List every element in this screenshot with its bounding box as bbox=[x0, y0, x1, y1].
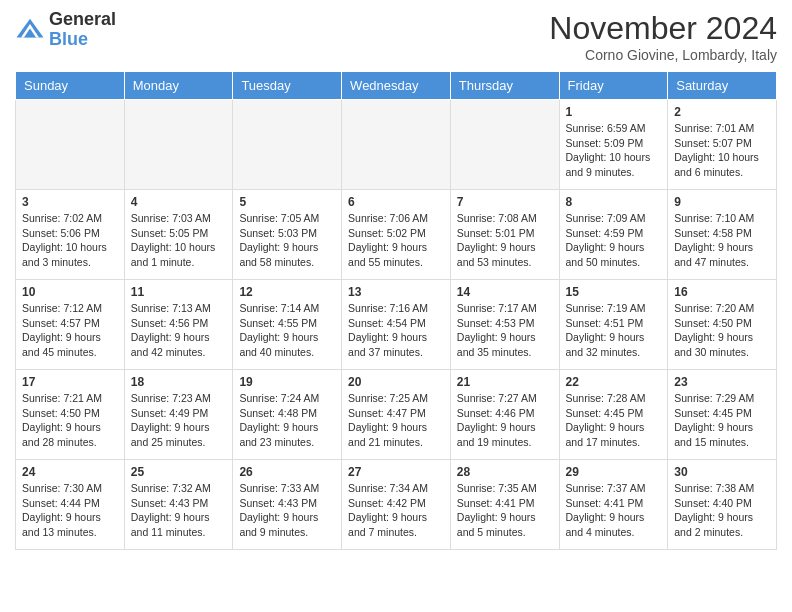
day-cell: 28Sunrise: 7:35 AMSunset: 4:41 PMDayligh… bbox=[450, 460, 559, 550]
day-number: 6 bbox=[348, 195, 444, 209]
day-number: 16 bbox=[674, 285, 770, 299]
day-number: 26 bbox=[239, 465, 335, 479]
day-number: 9 bbox=[674, 195, 770, 209]
day-info: Sunrise: 7:30 AMSunset: 4:44 PMDaylight:… bbox=[22, 481, 118, 540]
col-header-monday: Monday bbox=[124, 72, 233, 100]
day-number: 21 bbox=[457, 375, 553, 389]
day-cell: 17Sunrise: 7:21 AMSunset: 4:50 PMDayligh… bbox=[16, 370, 125, 460]
day-cell bbox=[16, 100, 125, 190]
col-header-tuesday: Tuesday bbox=[233, 72, 342, 100]
logo: General Blue bbox=[15, 10, 116, 50]
week-row-1: 1Sunrise: 6:59 AMSunset: 5:09 PMDaylight… bbox=[16, 100, 777, 190]
day-info: Sunrise: 7:14 AMSunset: 4:55 PMDaylight:… bbox=[239, 301, 335, 360]
day-number: 3 bbox=[22, 195, 118, 209]
day-number: 25 bbox=[131, 465, 227, 479]
day-cell: 25Sunrise: 7:32 AMSunset: 4:43 PMDayligh… bbox=[124, 460, 233, 550]
day-info: Sunrise: 7:08 AMSunset: 5:01 PMDaylight:… bbox=[457, 211, 553, 270]
day-info: Sunrise: 7:29 AMSunset: 4:45 PMDaylight:… bbox=[674, 391, 770, 450]
location: Corno Giovine, Lombardy, Italy bbox=[549, 47, 777, 63]
day-number: 5 bbox=[239, 195, 335, 209]
day-number: 1 bbox=[566, 105, 662, 119]
col-header-sunday: Sunday bbox=[16, 72, 125, 100]
day-info: Sunrise: 7:05 AMSunset: 5:03 PMDaylight:… bbox=[239, 211, 335, 270]
day-info: Sunrise: 7:03 AMSunset: 5:05 PMDaylight:… bbox=[131, 211, 227, 270]
day-number: 18 bbox=[131, 375, 227, 389]
day-number: 13 bbox=[348, 285, 444, 299]
month-title: November 2024 bbox=[549, 10, 777, 47]
day-cell: 6Sunrise: 7:06 AMSunset: 5:02 PMDaylight… bbox=[342, 190, 451, 280]
day-cell: 9Sunrise: 7:10 AMSunset: 4:58 PMDaylight… bbox=[668, 190, 777, 280]
day-info: Sunrise: 7:32 AMSunset: 4:43 PMDaylight:… bbox=[131, 481, 227, 540]
day-cell: 5Sunrise: 7:05 AMSunset: 5:03 PMDaylight… bbox=[233, 190, 342, 280]
day-info: Sunrise: 7:28 AMSunset: 4:45 PMDaylight:… bbox=[566, 391, 662, 450]
day-number: 20 bbox=[348, 375, 444, 389]
col-header-thursday: Thursday bbox=[450, 72, 559, 100]
day-number: 2 bbox=[674, 105, 770, 119]
title-area: November 2024 Corno Giovine, Lombardy, I… bbox=[549, 10, 777, 63]
day-number: 15 bbox=[566, 285, 662, 299]
day-cell: 18Sunrise: 7:23 AMSunset: 4:49 PMDayligh… bbox=[124, 370, 233, 460]
logo-text: General Blue bbox=[49, 10, 116, 50]
calendar-table: SundayMondayTuesdayWednesdayThursdayFrid… bbox=[15, 71, 777, 550]
week-row-4: 17Sunrise: 7:21 AMSunset: 4:50 PMDayligh… bbox=[16, 370, 777, 460]
day-info: Sunrise: 7:02 AMSunset: 5:06 PMDaylight:… bbox=[22, 211, 118, 270]
header: General Blue November 2024 Corno Giovine… bbox=[15, 10, 777, 63]
day-cell: 29Sunrise: 7:37 AMSunset: 4:41 PMDayligh… bbox=[559, 460, 668, 550]
day-cell bbox=[124, 100, 233, 190]
day-info: Sunrise: 6:59 AMSunset: 5:09 PMDaylight:… bbox=[566, 121, 662, 180]
day-info: Sunrise: 7:16 AMSunset: 4:54 PMDaylight:… bbox=[348, 301, 444, 360]
day-cell bbox=[450, 100, 559, 190]
calendar-page: General Blue November 2024 Corno Giovine… bbox=[0, 0, 792, 560]
day-cell: 21Sunrise: 7:27 AMSunset: 4:46 PMDayligh… bbox=[450, 370, 559, 460]
day-number: 22 bbox=[566, 375, 662, 389]
day-number: 14 bbox=[457, 285, 553, 299]
day-cell: 11Sunrise: 7:13 AMSunset: 4:56 PMDayligh… bbox=[124, 280, 233, 370]
day-cell: 10Sunrise: 7:12 AMSunset: 4:57 PMDayligh… bbox=[16, 280, 125, 370]
day-cell: 8Sunrise: 7:09 AMSunset: 4:59 PMDaylight… bbox=[559, 190, 668, 280]
day-cell: 16Sunrise: 7:20 AMSunset: 4:50 PMDayligh… bbox=[668, 280, 777, 370]
day-info: Sunrise: 7:37 AMSunset: 4:41 PMDaylight:… bbox=[566, 481, 662, 540]
day-info: Sunrise: 7:13 AMSunset: 4:56 PMDaylight:… bbox=[131, 301, 227, 360]
day-number: 17 bbox=[22, 375, 118, 389]
day-cell: 30Sunrise: 7:38 AMSunset: 4:40 PMDayligh… bbox=[668, 460, 777, 550]
col-header-saturday: Saturday bbox=[668, 72, 777, 100]
day-number: 7 bbox=[457, 195, 553, 209]
day-info: Sunrise: 7:24 AMSunset: 4:48 PMDaylight:… bbox=[239, 391, 335, 450]
col-header-wednesday: Wednesday bbox=[342, 72, 451, 100]
calendar-header-row: SundayMondayTuesdayWednesdayThursdayFrid… bbox=[16, 72, 777, 100]
day-number: 29 bbox=[566, 465, 662, 479]
day-cell: 12Sunrise: 7:14 AMSunset: 4:55 PMDayligh… bbox=[233, 280, 342, 370]
week-row-2: 3Sunrise: 7:02 AMSunset: 5:06 PMDaylight… bbox=[16, 190, 777, 280]
day-number: 30 bbox=[674, 465, 770, 479]
day-number: 27 bbox=[348, 465, 444, 479]
day-info: Sunrise: 7:25 AMSunset: 4:47 PMDaylight:… bbox=[348, 391, 444, 450]
day-cell: 23Sunrise: 7:29 AMSunset: 4:45 PMDayligh… bbox=[668, 370, 777, 460]
day-info: Sunrise: 7:19 AMSunset: 4:51 PMDaylight:… bbox=[566, 301, 662, 360]
day-info: Sunrise: 7:33 AMSunset: 4:43 PMDaylight:… bbox=[239, 481, 335, 540]
day-cell: 19Sunrise: 7:24 AMSunset: 4:48 PMDayligh… bbox=[233, 370, 342, 460]
day-cell: 14Sunrise: 7:17 AMSunset: 4:53 PMDayligh… bbox=[450, 280, 559, 370]
day-info: Sunrise: 7:06 AMSunset: 5:02 PMDaylight:… bbox=[348, 211, 444, 270]
logo-icon bbox=[15, 15, 45, 45]
day-cell: 27Sunrise: 7:34 AMSunset: 4:42 PMDayligh… bbox=[342, 460, 451, 550]
day-cell bbox=[342, 100, 451, 190]
day-cell: 20Sunrise: 7:25 AMSunset: 4:47 PMDayligh… bbox=[342, 370, 451, 460]
day-cell: 2Sunrise: 7:01 AMSunset: 5:07 PMDaylight… bbox=[668, 100, 777, 190]
day-info: Sunrise: 7:17 AMSunset: 4:53 PMDaylight:… bbox=[457, 301, 553, 360]
day-number: 19 bbox=[239, 375, 335, 389]
day-cell: 13Sunrise: 7:16 AMSunset: 4:54 PMDayligh… bbox=[342, 280, 451, 370]
day-number: 10 bbox=[22, 285, 118, 299]
day-info: Sunrise: 7:23 AMSunset: 4:49 PMDaylight:… bbox=[131, 391, 227, 450]
day-info: Sunrise: 7:20 AMSunset: 4:50 PMDaylight:… bbox=[674, 301, 770, 360]
day-number: 4 bbox=[131, 195, 227, 209]
day-number: 8 bbox=[566, 195, 662, 209]
day-cell: 1Sunrise: 6:59 AMSunset: 5:09 PMDaylight… bbox=[559, 100, 668, 190]
day-info: Sunrise: 7:01 AMSunset: 5:07 PMDaylight:… bbox=[674, 121, 770, 180]
day-cell bbox=[233, 100, 342, 190]
day-info: Sunrise: 7:38 AMSunset: 4:40 PMDaylight:… bbox=[674, 481, 770, 540]
day-number: 12 bbox=[239, 285, 335, 299]
day-cell: 7Sunrise: 7:08 AMSunset: 5:01 PMDaylight… bbox=[450, 190, 559, 280]
col-header-friday: Friday bbox=[559, 72, 668, 100]
day-info: Sunrise: 7:21 AMSunset: 4:50 PMDaylight:… bbox=[22, 391, 118, 450]
day-info: Sunrise: 7:12 AMSunset: 4:57 PMDaylight:… bbox=[22, 301, 118, 360]
